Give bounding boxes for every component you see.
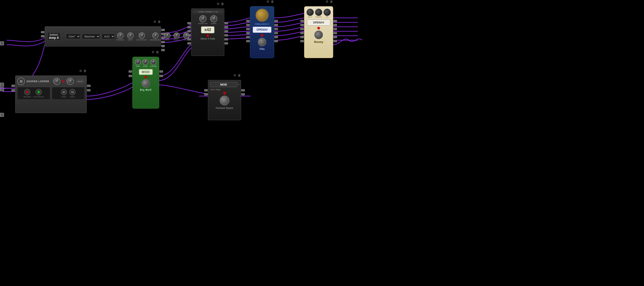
amp-x-distortion-knob[interactable] — [139, 32, 145, 39]
stereo-xfade-port-out-4[interactable] — [224, 34, 228, 36]
hw-bypass-port-out-1[interactable] — [241, 89, 245, 91]
filta-port-out-1[interactable] — [274, 20, 278, 22]
big-muff-port-out-2[interactable] — [160, 75, 163, 77]
big-muff-delete-icon[interactable]: 🗑 — [156, 50, 159, 54]
sooper-looper-record-button[interactable] — [24, 89, 30, 95]
filta-delete-icon[interactable]: 🗑 — [271, 0, 274, 3]
filta-frequency-knob[interactable] — [256, 9, 268, 22]
amp-x-port-out-6[interactable] — [161, 49, 165, 51]
filta-footswitch[interactable] — [258, 38, 266, 46]
roomy-port-out-5[interactable] — [334, 36, 337, 38]
big-muff-footswitch[interactable] — [142, 79, 150, 88]
amp-x-port-in-1[interactable] — [41, 31, 44, 33]
stereo-xfade-port-in-1[interactable] — [188, 22, 191, 24]
stereo-xfade-port-out-3[interactable] — [224, 30, 228, 32]
sooper-looper-main-knob[interactable] — [53, 78, 60, 85]
amp-x-port-out-5[interactable] — [161, 45, 165, 47]
amp-x-brand: Guitarix — [49, 33, 59, 36]
filta-port-out-6[interactable] — [274, 40, 278, 42]
roomy-mix-knob[interactable] — [324, 9, 331, 16]
amp-x-mastergain-knob[interactable] — [152, 32, 158, 39]
amp-x-output-select[interactable]: 4x12 — [102, 34, 115, 39]
amp-x-port-out-3[interactable] — [161, 37, 165, 39]
stereo-xfade-signal-knob[interactable] — [199, 15, 206, 22]
stereo-xfade-shape-knob[interactable] — [210, 15, 217, 22]
roomy-port-in-4[interactable] — [300, 32, 304, 34]
hw-bypass-port-out-2[interactable] — [241, 93, 245, 95]
filta-port-out-4[interactable] — [274, 32, 278, 34]
filta-port-in-2[interactable] — [246, 24, 250, 26]
roomy-port-in-5[interactable] — [300, 36, 304, 38]
stereo-xfade-port-out-1[interactable] — [224, 22, 228, 24]
hw-bypass-settings-icon[interactable]: ⚙ — [234, 73, 236, 77]
roomy-delete-icon[interactable]: 🗑 — [330, 0, 333, 3]
stereo-xfade-port-in-5[interactable] — [188, 38, 191, 40]
filta-port-out-5[interactable] — [274, 36, 278, 38]
amp-x-middle-knob[interactable] — [174, 32, 180, 39]
amp-x-settings-icon[interactable]: ⚙ — [154, 20, 156, 23]
stereo-xfade-settings-icon[interactable]: ⚙ — [217, 2, 220, 5]
filta-port-in-4[interactable] — [246, 32, 250, 34]
sooper-looper-delete-icon[interactable]: 🗑 — [84, 69, 86, 73]
amp-x-port-in-2[interactable] — [41, 35, 44, 37]
roomy-port-out-1[interactable] — [334, 20, 337, 22]
amp-x-tube-select[interactable]: 12ax7 — [66, 34, 80, 39]
roomy-port-in-1[interactable] — [300, 20, 304, 22]
amp-x-pregain-knob[interactable] — [117, 32, 124, 39]
stereo-xfade-port-in-4[interactable] — [188, 34, 191, 36]
stereo-xfade-port-out-6[interactable] — [224, 42, 228, 44]
roomy-decay-knob[interactable] — [306, 9, 314, 16]
sooper-looper-port-out-2[interactable] — [87, 89, 90, 91]
big-muff-port-out-1[interactable] — [160, 70, 163, 73]
hw-bypass-delete-icon[interactable]: 🗑 — [238, 73, 241, 77]
sooper-looper-undo-button[interactable]: ↩ — [61, 89, 67, 95]
hw-bypass-dropdown-icon[interactable]: ▾ — [238, 84, 239, 86]
stereo-xfade-delete-icon[interactable]: 🗑 — [221, 2, 224, 5]
hw-bypass-port-in-1[interactable] — [204, 89, 208, 91]
sooper-looper-port-out-1[interactable] — [87, 85, 90, 87]
filta-port-in-1[interactable] — [246, 20, 250, 22]
roomy-port-in-2[interactable] — [300, 24, 304, 26]
filta-port-in-3[interactable] — [246, 28, 250, 30]
sooper-looper-port-in-1[interactable] — [12, 85, 15, 87]
big-muff-level-knob[interactable] — [142, 59, 148, 65]
sooper-looper-play-button[interactable] — [36, 89, 42, 95]
filta-port-out-3[interactable] — [274, 28, 278, 30]
stereo-xfade-port-out-2[interactable] — [224, 26, 228, 28]
big-muff-sustain-knob[interactable] — [150, 59, 156, 65]
roomy-port-in-6[interactable] — [300, 40, 304, 42]
roomy-port-out-3[interactable] — [334, 28, 337, 30]
amp-x-drive-knob[interactable] — [127, 32, 134, 39]
sooper-looper-port-in-2[interactable] — [12, 89, 15, 91]
roomy-port-out-4[interactable] — [334, 32, 337, 34]
filta-port-in-5[interactable] — [246, 36, 250, 38]
amp-x-port-out-4[interactable] — [161, 41, 165, 43]
hw-bypass-footswitch[interactable] — [220, 96, 230, 105]
amp-x-bass-knob[interactable] — [164, 32, 170, 39]
stereo-xfade-port-in-6[interactable] — [188, 42, 191, 44]
big-muff-port-in-2[interactable] — [128, 75, 132, 77]
sooper-looper-redo-button[interactable]: ↪ — [69, 89, 76, 95]
big-muff-settings-icon[interactable]: ⚙ — [152, 50, 154, 54]
big-muff-port-in-1[interactable] — [128, 70, 132, 73]
sooper-looper-settings-icon[interactable]: ⚙ — [79, 69, 82, 73]
filta-settings-icon[interactable]: ⚙ — [266, 0, 270, 3]
filta-port-in-6[interactable] — [246, 40, 250, 42]
roomy-port-out-2[interactable] — [334, 24, 337, 26]
big-muff-tone-knob[interactable] — [135, 59, 141, 65]
stereo-xfade-port-in-3[interactable] — [188, 30, 191, 32]
amp-x-port-out-1[interactable] — [161, 29, 165, 31]
filta-port-out-2[interactable] — [274, 24, 278, 26]
roomy-port-out-6[interactable] — [334, 40, 337, 42]
stereo-xfade-port-in-2[interactable] — [188, 26, 191, 28]
amp-x-cab-select[interactable]: Bassman — [82, 34, 100, 39]
roomy-port-in-3[interactable] — [300, 28, 304, 30]
sooper-looper-reset-button[interactable]: RESET — [76, 80, 85, 83]
stereo-xfade-port-out-5[interactable] — [224, 38, 228, 40]
hw-bypass-port-in-2[interactable] — [204, 93, 208, 95]
sooper-looper-aux-knob[interactable] — [67, 78, 74, 85]
roomy-settings-icon[interactable]: ⚙ — [326, 0, 328, 3]
roomy-footswitch[interactable] — [314, 31, 323, 39]
amp-x-delete-icon[interactable]: 🗑 — [158, 20, 161, 23]
roomy-damping-knob[interactable] — [315, 9, 322, 16]
